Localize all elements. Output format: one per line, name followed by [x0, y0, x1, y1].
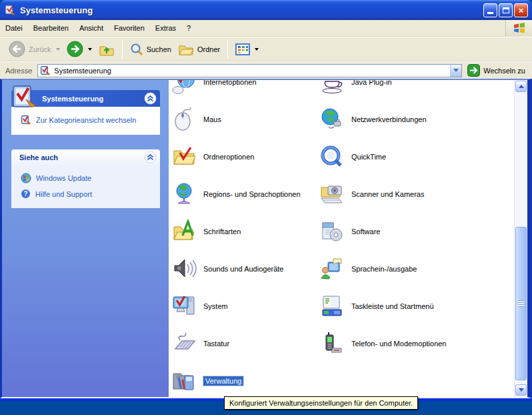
folders-button[interactable]: Ordner [175, 41, 223, 57]
panel-header[interactable]: Siehe auch [11, 149, 160, 165]
category-view-icon [21, 115, 31, 125]
address-label: Adresse [5, 67, 32, 75]
forward-dropdown-icon[interactable] [88, 48, 92, 51]
tooltip: Konfiguriert Verwaltungseinstellungen fü… [224, 396, 418, 410]
item-ordneroptionen[interactable]: Ordneroptionen [169, 138, 317, 175]
region-language-icon [171, 182, 197, 206]
item-scanner-kameras[interactable]: Scanner und Kameras [317, 175, 514, 213]
panel-siehe-auch: Siehe auch Windows Update ? Hilfe und [11, 149, 160, 208]
folder-icon [178, 43, 194, 56]
item-label: Maus [203, 115, 221, 123]
collapse-chevron-icon[interactable] [144, 92, 157, 105]
views-dropdown-icon[interactable] [255, 48, 259, 51]
address-value: Systemsteuerung [54, 67, 450, 75]
item-label: Regions- und Sprachoptionen [203, 190, 301, 198]
link-label: Windows Update [36, 174, 91, 182]
item-software[interactable]: Software [317, 213, 514, 250]
quicktime-icon [319, 145, 345, 169]
item-label: System [203, 302, 228, 310]
explorer-window: Systemsteuerung × Datei Bearbeiten Ansic… [0, 0, 532, 415]
go-label: Wechseln zu [483, 67, 525, 75]
menu-hilfe[interactable]: ? [181, 21, 196, 35]
scrollbar-thumb[interactable] [515, 227, 527, 380]
item-internetoptionen[interactable]: Internetoptionen [169, 80, 317, 101]
control-panel-icon [4, 4, 16, 16]
control-panel-icon [11, 85, 38, 110]
item-system[interactable]: System [169, 288, 317, 325]
item-tastatur[interactable]: Tastatur [169, 325, 317, 362]
switch-category-view-link[interactable]: Zur Kategorieansicht wechseln [21, 112, 156, 128]
views-button[interactable] [232, 42, 262, 57]
item-schriftarten[interactable]: Schriftarten [169, 213, 317, 250]
admin-tools-icon [171, 369, 197, 393]
up-button[interactable] [95, 41, 118, 58]
address-dropdown-button[interactable] [450, 65, 461, 77]
title-bar[interactable]: Systemsteuerung × [0, 0, 532, 20]
internet-options-icon [171, 80, 197, 94]
chevron-down-icon [453, 69, 459, 72]
java-plugin-icon [319, 80, 345, 94]
menu-ansicht[interactable]: Ansicht [74, 21, 109, 35]
taskbar-startmenu-icon [319, 294, 345, 318]
item-verwaltung[interactable]: Verwaltung [169, 362, 317, 397]
go-button[interactable]: Wechseln zu [467, 64, 528, 77]
back-button[interactable]: Zurück [5, 39, 63, 59]
item-regionsoptionen[interactable]: Regions- und Sprachoptionen [169, 175, 317, 213]
maximize-button[interactable] [499, 3, 513, 17]
close-button[interactable]: × [514, 3, 528, 17]
windows-update-link[interactable]: Windows Update [21, 170, 156, 186]
windows-logo-icon [505, 20, 532, 37]
item-label: Sprachein-/ausgabe [351, 265, 417, 273]
item-java-plugin[interactable]: Java Plug-in [317, 80, 514, 101]
address-bar: Adresse Systemsteuerung Wechseln zu [0, 61, 532, 79]
item-label: Java Plug-in [351, 80, 392, 86]
go-arrow-icon [467, 64, 480, 77]
item-label: Internetoptionen [203, 80, 257, 86]
system-icon [171, 294, 197, 318]
toolbar-separator [227, 40, 228, 59]
item-netzwerkverbindungen[interactable]: Netzwerkverbindungen [317, 101, 514, 138]
menu-bearbeiten[interactable]: Bearbeiten [28, 21, 74, 35]
back-label: Zurück [29, 45, 51, 53]
scanners-cameras-icon [319, 182, 345, 206]
item-label: Verwaltung [203, 376, 243, 386]
task-pane: Systemsteuerung Zur Kategorieansicht wec… [2, 80, 169, 397]
search-button[interactable]: Suchen [127, 41, 175, 57]
scroll-down-button[interactable] [515, 384, 527, 396]
panel-header[interactable]: Systemsteuerung [11, 90, 160, 107]
item-quicktime[interactable]: QuickTime [317, 138, 514, 175]
back-icon [9, 41, 25, 57]
vertical-scrollbar[interactable] [514, 80, 527, 397]
menu-datei[interactable]: Datei [0, 21, 28, 35]
window-title: Systemsteuerung [20, 5, 482, 15]
collapse-chevron-icon[interactable] [144, 151, 157, 163]
menu-favoriten[interactable]: Favoriten [109, 21, 150, 35]
folders-label: Ordner [197, 45, 220, 53]
back-dropdown-icon[interactable] [56, 48, 60, 51]
forward-icon [67, 41, 83, 57]
item-label: Software [351, 228, 380, 236]
views-icon [235, 43, 250, 55]
chevron-up-icon [519, 85, 524, 88]
item-telefon-modem[interactable]: Telefon- und Modemoptionen [317, 325, 514, 362]
item-label: Sounds und Audiogeräte [203, 265, 284, 273]
item-label: QuickTime [351, 153, 386, 161]
folder-up-icon [99, 42, 115, 57]
panel-body: Windows Update ? Hilfe und Support [11, 165, 160, 208]
windows-update-icon [21, 173, 31, 183]
help-support-link[interactable]: ? Hilfe und Support [21, 186, 156, 201]
icon-list: Internetoptionen Java Plug-in M [169, 80, 514, 397]
item-sounds-audio[interactable]: Sounds und Audiogeräte [169, 250, 317, 288]
control-panel-icon [40, 65, 51, 76]
toolbar-separator [122, 40, 123, 59]
address-input[interactable]: Systemsteuerung [37, 64, 462, 77]
item-taskleiste-startmenu[interactable]: Taskleiste und Startmenü [317, 288, 514, 325]
forward-button[interactable] [63, 39, 95, 59]
item-sprachein-ausgabe[interactable]: Sprachein-/ausgabe [317, 250, 514, 288]
item-maus[interactable]: Maus [169, 101, 317, 138]
scroll-up-button[interactable] [515, 81, 527, 92]
menu-extras[interactable]: Extras [150, 21, 181, 35]
minimize-button[interactable] [483, 3, 497, 17]
menu-bar: Datei Bearbeiten Ansicht Favoriten Extra… [0, 20, 532, 37]
panel-systemsteuerung: Systemsteuerung Zur Kategorieansicht wec… [11, 90, 160, 135]
